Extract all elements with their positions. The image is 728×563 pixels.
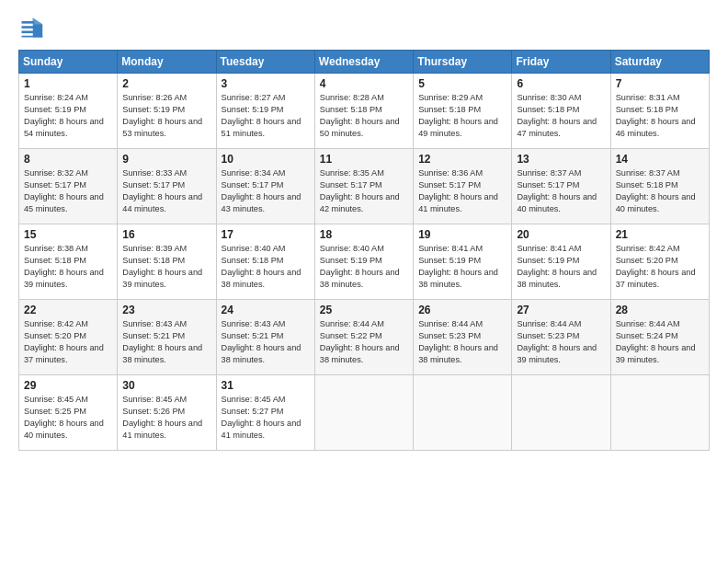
- cell-info: Sunrise: 8:44 AMSunset: 5:22 PMDaylight:…: [320, 319, 400, 364]
- day-number: 24: [222, 304, 310, 316]
- calendar-cell: 4 Sunrise: 8:28 AMSunset: 5:18 PMDayligh…: [314, 74, 413, 149]
- calendar-cell: 11 Sunrise: 8:35 AMSunset: 5:17 PMDaylig…: [314, 149, 413, 224]
- cell-info: Sunrise: 8:30 AMSunset: 5:18 PMDaylight:…: [517, 93, 597, 138]
- calendar-cell: 22 Sunrise: 8:42 AMSunset: 5:20 PMDaylig…: [19, 300, 118, 375]
- day-number: 18: [320, 228, 408, 241]
- calendar-cell: 2 Sunrise: 8:26 AMSunset: 5:19 PMDayligh…: [118, 74, 216, 149]
- calendar-week-1: 1 Sunrise: 8:24 AMSunset: 5:19 PMDayligh…: [19, 74, 710, 149]
- cell-info: Sunrise: 8:45 AMSunset: 5:27 PMDaylight:…: [222, 395, 301, 440]
- calendar-header-row: SundayMondayTuesdayWednesdayThursdayFrid…: [19, 51, 710, 74]
- header: [18, 15, 710, 40]
- day-number: 19: [418, 228, 506, 241]
- calendar-cell: 18 Sunrise: 8:40 AMSunset: 5:19 PMDaylig…: [314, 224, 413, 300]
- calendar-cell: 30 Sunrise: 8:45 AMSunset: 5:26 PMDaylig…: [118, 375, 216, 451]
- day-number: 14: [616, 153, 704, 166]
- cell-info: Sunrise: 8:35 AMSunset: 5:17 PMDaylight:…: [320, 168, 400, 213]
- cell-info: Sunrise: 8:39 AMSunset: 5:18 PMDaylight:…: [122, 244, 202, 289]
- day-number: 6: [517, 77, 605, 90]
- cell-info: Sunrise: 8:40 AMSunset: 5:19 PMDaylight:…: [320, 244, 400, 289]
- day-number: 4: [320, 77, 408, 90]
- calendar-cell: 27 Sunrise: 8:44 AMSunset: 5:23 PMDaylig…: [512, 300, 610, 375]
- logo-icon: [18, 15, 44, 40]
- calendar-cell: 8 Sunrise: 8:32 AMSunset: 5:17 PMDayligh…: [19, 149, 118, 224]
- cell-info: Sunrise: 8:36 AMSunset: 5:17 PMDaylight:…: [418, 168, 498, 213]
- cell-info: Sunrise: 8:43 AMSunset: 5:21 PMDaylight:…: [122, 319, 202, 364]
- calendar-cell: 1 Sunrise: 8:24 AMSunset: 5:19 PMDayligh…: [19, 74, 118, 149]
- calendar-cell: 3 Sunrise: 8:27 AMSunset: 5:19 PMDayligh…: [216, 74, 314, 149]
- day-header-tuesday: Tuesday: [216, 51, 314, 74]
- calendar-week-4: 22 Sunrise: 8:42 AMSunset: 5:20 PMDaylig…: [19, 300, 710, 375]
- cell-info: Sunrise: 8:42 AMSunset: 5:20 PMDaylight:…: [24, 319, 104, 364]
- calendar-cell: 14 Sunrise: 8:37 AMSunset: 5:18 PMDaylig…: [610, 149, 709, 224]
- day-number: 10: [222, 153, 310, 166]
- cell-info: Sunrise: 8:31 AMSunset: 5:18 PMDaylight:…: [616, 93, 696, 138]
- calendar-week-2: 8 Sunrise: 8:32 AMSunset: 5:17 PMDayligh…: [19, 149, 710, 224]
- day-number: 1: [24, 77, 112, 90]
- calendar-cell: 16 Sunrise: 8:39 AMSunset: 5:18 PMDaylig…: [118, 224, 216, 300]
- page: SundayMondayTuesdayWednesdayThursdayFrid…: [0, 0, 728, 563]
- cell-info: Sunrise: 8:37 AMSunset: 5:17 PMDaylight:…: [517, 168, 597, 213]
- cell-info: Sunrise: 8:44 AMSunset: 5:23 PMDaylight:…: [418, 319, 498, 364]
- calendar-cell: 12 Sunrise: 8:36 AMSunset: 5:17 PMDaylig…: [414, 149, 512, 224]
- calendar-cell: 26 Sunrise: 8:44 AMSunset: 5:23 PMDaylig…: [414, 300, 512, 375]
- cell-info: Sunrise: 8:26 AMSunset: 5:19 PMDaylight:…: [122, 93, 202, 138]
- day-number: 12: [418, 153, 506, 166]
- calendar-cell: [512, 375, 610, 451]
- cell-info: Sunrise: 8:42 AMSunset: 5:20 PMDaylight:…: [616, 244, 696, 289]
- cell-info: Sunrise: 8:27 AMSunset: 5:19 PMDaylight:…: [222, 93, 301, 138]
- day-number: 9: [122, 153, 210, 166]
- day-header-wednesday: Wednesday: [314, 51, 413, 74]
- calendar-cell: 19 Sunrise: 8:41 AMSunset: 5:19 PMDaylig…: [414, 224, 512, 300]
- calendar-cell: 23 Sunrise: 8:43 AMSunset: 5:21 PMDaylig…: [118, 300, 216, 375]
- day-header-thursday: Thursday: [414, 51, 512, 74]
- day-number: 3: [222, 77, 310, 90]
- cell-info: Sunrise: 8:28 AMSunset: 5:18 PMDaylight:…: [320, 93, 400, 138]
- cell-info: Sunrise: 8:34 AMSunset: 5:17 PMDaylight:…: [222, 168, 301, 213]
- calendar-week-5: 29 Sunrise: 8:45 AMSunset: 5:25 PMDaylig…: [19, 375, 710, 451]
- cell-info: Sunrise: 8:37 AMSunset: 5:18 PMDaylight:…: [616, 168, 696, 213]
- day-number: 7: [616, 77, 704, 90]
- cell-info: Sunrise: 8:32 AMSunset: 5:17 PMDaylight:…: [24, 168, 104, 213]
- calendar: SundayMondayTuesdayWednesdayThursdayFrid…: [18, 50, 710, 451]
- cell-info: Sunrise: 8:33 AMSunset: 5:17 PMDaylight:…: [122, 168, 202, 213]
- day-number: 20: [517, 228, 605, 241]
- cell-info: Sunrise: 8:44 AMSunset: 5:23 PMDaylight:…: [517, 319, 597, 364]
- calendar-week-3: 15 Sunrise: 8:38 AMSunset: 5:18 PMDaylig…: [19, 224, 710, 300]
- day-number: 13: [517, 153, 605, 166]
- calendar-cell: 5 Sunrise: 8:29 AMSunset: 5:18 PMDayligh…: [414, 74, 512, 149]
- calendar-cell: [314, 375, 413, 451]
- day-number: 28: [616, 304, 704, 316]
- svg-rect-5: [22, 31, 35, 34]
- calendar-cell: 21 Sunrise: 8:42 AMSunset: 5:20 PMDaylig…: [610, 224, 709, 300]
- day-number: 15: [24, 228, 112, 241]
- cell-info: Sunrise: 8:40 AMSunset: 5:18 PMDaylight:…: [222, 244, 301, 289]
- calendar-cell: 29 Sunrise: 8:45 AMSunset: 5:25 PMDaylig…: [19, 375, 118, 451]
- calendar-cell: 13 Sunrise: 8:37 AMSunset: 5:17 PMDaylig…: [512, 149, 610, 224]
- calendar-cell: 10 Sunrise: 8:34 AMSunset: 5:17 PMDaylig…: [216, 149, 314, 224]
- svg-rect-4: [22, 26, 35, 29]
- calendar-cell: 9 Sunrise: 8:33 AMSunset: 5:17 PMDayligh…: [118, 149, 216, 224]
- cell-info: Sunrise: 8:38 AMSunset: 5:18 PMDaylight:…: [24, 244, 104, 289]
- day-number: 11: [320, 153, 408, 166]
- cell-info: Sunrise: 8:29 AMSunset: 5:18 PMDaylight:…: [418, 93, 498, 138]
- calendar-cell: 24 Sunrise: 8:43 AMSunset: 5:21 PMDaylig…: [216, 300, 314, 375]
- cell-info: Sunrise: 8:24 AMSunset: 5:19 PMDaylight:…: [24, 93, 104, 138]
- calendar-cell: 15 Sunrise: 8:38 AMSunset: 5:18 PMDaylig…: [19, 224, 118, 300]
- cell-info: Sunrise: 8:45 AMSunset: 5:26 PMDaylight:…: [122, 395, 202, 440]
- day-number: 25: [320, 304, 408, 316]
- day-number: 17: [222, 228, 310, 241]
- day-header-saturday: Saturday: [610, 51, 709, 74]
- day-header-monday: Monday: [118, 51, 216, 74]
- calendar-cell: 20 Sunrise: 8:41 AMSunset: 5:19 PMDaylig…: [512, 224, 610, 300]
- cell-info: Sunrise: 8:45 AMSunset: 5:25 PMDaylight:…: [24, 395, 104, 440]
- calendar-cell: [414, 375, 512, 451]
- day-number: 26: [418, 304, 506, 316]
- cell-info: Sunrise: 8:43 AMSunset: 5:21 PMDaylight:…: [222, 319, 301, 364]
- calendar-cell: [610, 375, 709, 451]
- day-number: 23: [122, 304, 210, 316]
- day-number: 22: [24, 304, 112, 316]
- day-number: 2: [122, 77, 210, 90]
- calendar-cell: 28 Sunrise: 8:44 AMSunset: 5:24 PMDaylig…: [610, 300, 709, 375]
- day-header-sunday: Sunday: [19, 51, 118, 74]
- day-number: 27: [517, 304, 605, 316]
